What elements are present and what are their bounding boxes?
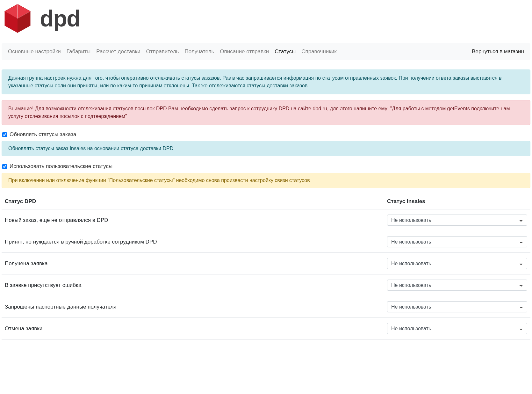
checkbox-use-custom-statuses[interactable] xyxy=(2,164,7,169)
nav-back-to-store[interactable]: Вернуться в магазин xyxy=(472,48,524,55)
alert-status-tracking-info: Данная группа настроек нужна для того, ч… xyxy=(2,69,530,94)
dpd-status-label: Новый заказ, еще не отправлялся в DPD xyxy=(2,209,384,231)
nav-item-delivery-calc[interactable]: Рассчет доставки xyxy=(96,48,140,55)
nav-item-statuses[interactable]: Статусы xyxy=(275,48,296,55)
nav-item-recipient[interactable]: Получатель xyxy=(184,48,214,55)
alert-update-insales-info: Обновлять статусы заказ Insales на основ… xyxy=(2,141,530,156)
dpd-status-label: В заявке присутствует ошибка xyxy=(2,274,384,296)
dpd-status-label: Получена заявка xyxy=(2,253,384,274)
insales-status-select[interactable]: Не использовать xyxy=(387,215,527,226)
table-header-dpd-status: Статус DPD xyxy=(2,194,384,209)
table-header-insales-status: Статус Insales xyxy=(384,194,530,209)
nav-item-main-settings[interactable]: Основные настройки xyxy=(8,48,61,55)
table-row: Отмена заявки Не использовать xyxy=(2,318,530,339)
insales-status-select[interactable]: Не использовать xyxy=(387,280,527,291)
table-row: Запрошены паспортные данные получателя Н… xyxy=(2,296,530,318)
checkbox-update-order-statuses-label[interactable]: Обновлять статусы заказа xyxy=(10,131,76,138)
table-row: Получена заявка Не использовать xyxy=(2,253,530,274)
checkbox-row-custom-statuses: Использовать пользовательские статусы xyxy=(2,163,530,170)
insales-status-select[interactable]: Не использовать xyxy=(387,323,527,334)
table-row: В заявке присутствует ошибка Не использо… xyxy=(2,274,530,296)
status-mapping-table: Статус DPD Статус Insales Новый заказ, е… xyxy=(2,194,530,339)
insales-status-select[interactable]: Не использовать xyxy=(387,258,527,269)
alert-custom-statuses-warning: При включении или отключение функции "По… xyxy=(2,173,530,188)
table-row: Новый заказ, еще не отправлялся в DPD Не… xyxy=(2,209,530,231)
logo-text: dpd xyxy=(40,5,80,32)
nav-item-shipment-desc[interactable]: Описание отправки xyxy=(220,48,269,55)
insales-status-select[interactable]: Не использовать xyxy=(387,236,527,247)
insales-status-select[interactable]: Не использовать xyxy=(387,301,527,312)
nav-item-reference[interactable]: Справочникик xyxy=(301,48,336,55)
dpd-status-label: Запрошены паспортные данные получателя xyxy=(2,296,384,318)
checkbox-row-update-statuses: Обновлять статусы заказа xyxy=(2,131,530,138)
dpd-status-label: Отмена заявки xyxy=(2,318,384,339)
checkbox-update-order-statuses[interactable] xyxy=(2,132,7,137)
dpd-status-label: Принят, но нуждается в ручной доработке … xyxy=(2,231,384,253)
dpd-cube-icon xyxy=(3,3,32,34)
nav-item-dimensions[interactable]: Габариты xyxy=(67,48,90,55)
table-row: Принят, но нуждается в ручной доработке … xyxy=(2,231,530,253)
logo-area: dpd xyxy=(0,0,532,41)
alert-getevents-warning: Внимание! Для возможности отслеживания с… xyxy=(2,100,530,125)
checkbox-use-custom-statuses-label[interactable]: Использовать пользовательские статусы xyxy=(10,163,112,170)
nav-item-sender[interactable]: Отправитель xyxy=(146,48,179,55)
navbar: Основные настройки Габариты Рассчет дост… xyxy=(2,43,530,60)
